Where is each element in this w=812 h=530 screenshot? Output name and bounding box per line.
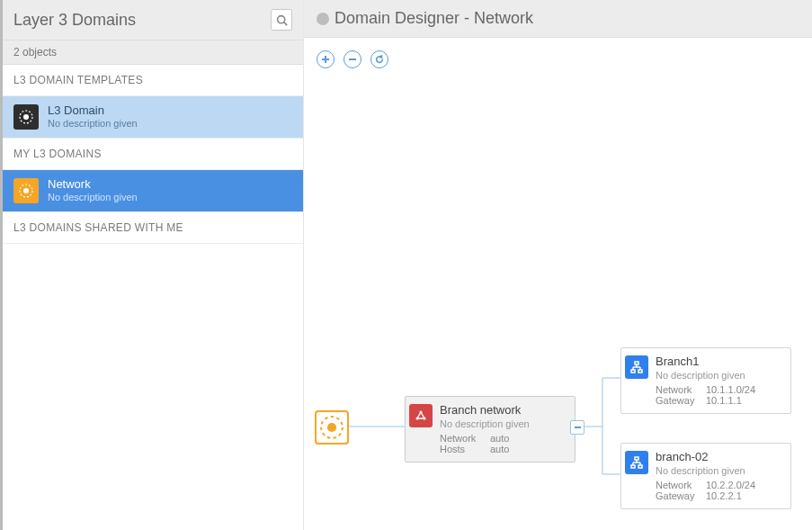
- kv-label: Network: [656, 480, 699, 490]
- kv-value: 10.2.2.1: [706, 490, 742, 501]
- kv-label: Gateway: [656, 395, 699, 406]
- kv-label: Network: [440, 433, 483, 444]
- designer-canvas[interactable]: Branch network No description given Netw…: [304, 74, 812, 530]
- reload-button[interactable]: [370, 50, 388, 68]
- network-icon: [13, 178, 39, 203]
- section-my-domains-header: MY L3 DOMAINS: [3, 139, 303, 170]
- svg-rect-23: [631, 370, 635, 373]
- item-text: L3 Domain No description given: [48, 103, 138, 130]
- subnet-icon: [625, 451, 648, 474]
- sidebar-title: Layer 3 Domains: [13, 11, 136, 30]
- root-domain-node[interactable]: [315, 410, 349, 445]
- sidebar: Layer 3 Domains 2 objects L3 DOMAIN TEMP…: [3, 0, 304, 530]
- designer-status-icon: [317, 13, 329, 25]
- section-shared-header: L3 DOMAINS SHARED WITH ME: [3, 212, 303, 244]
- subnet-icon: [625, 355, 648, 379]
- node-desc: No description given: [440, 418, 566, 429]
- item-name: Network: [48, 177, 138, 192]
- svg-rect-24: [638, 370, 642, 373]
- add-button[interactable]: [317, 50, 335, 68]
- reload-icon: [375, 55, 384, 64]
- sidebar-item-network[interactable]: Network No description given: [3, 170, 303, 212]
- minus-icon: [348, 55, 357, 64]
- svg-line-1: [283, 22, 286, 24]
- subnet-node-branch-02[interactable]: branch-02 No description given Network10…: [620, 443, 791, 509]
- node-title: Branch1: [656, 355, 781, 368]
- app-root: Layer 3 Domains 2 objects L3 DOMAIN TEMP…: [0, 0, 812, 530]
- template-icon: [13, 104, 39, 130]
- sidebar-item-l3-domain-template[interactable]: L3 Domain No description given: [3, 96, 303, 139]
- sidebar-header: Layer 3 Domains: [3, 0, 303, 40]
- item-name: L3 Domain: [48, 103, 138, 118]
- kv-value: auto: [490, 433, 509, 444]
- remove-button[interactable]: [344, 50, 361, 68]
- svg-rect-30: [631, 465, 635, 468]
- node-desc: No description given: [656, 465, 781, 476]
- svg-point-15: [327, 423, 336, 432]
- main-header: Domain Designer - Network: [304, 0, 812, 38]
- search-button[interactable]: [271, 9, 292, 31]
- item-desc: No description given: [48, 118, 138, 130]
- svg-line-19: [417, 412, 421, 418]
- collapse-toggle[interactable]: [570, 420, 584, 435]
- kv-label: Network: [656, 384, 699, 395]
- domain-icon: [315, 410, 349, 445]
- kv-value: auto: [490, 444, 509, 454]
- svg-point-0: [277, 15, 284, 22]
- search-icon: [276, 14, 288, 26]
- section-templates-header: L3 DOMAIN TEMPLATES: [3, 65, 303, 96]
- svg-rect-31: [638, 465, 642, 468]
- node-desc: No description given: [656, 370, 781, 381]
- svg-point-3: [23, 114, 29, 120]
- designer-toolbar: [304, 38, 812, 74]
- svg-rect-29: [635, 457, 638, 460]
- svg-point-5: [23, 188, 29, 193]
- node-title: Branch network: [440, 403, 566, 417]
- main-title: Domain Designer - Network: [335, 9, 533, 28]
- svg-line-20: [421, 412, 424, 418]
- node-title: branch-02: [656, 450, 781, 463]
- zone-icon: [409, 404, 433, 427]
- object-count: 2 objects: [3, 40, 303, 65]
- main-panel: Domain Designer - Network: [304, 0, 812, 530]
- kv-value: 10.1.1.0/24: [706, 384, 755, 395]
- kv-value: 10.2.2.0/24: [706, 480, 755, 490]
- item-desc: No description given: [48, 192, 138, 204]
- zone-node-branch-network[interactable]: Branch network No description given Netw…: [405, 396, 576, 463]
- kv-label: Gateway: [656, 490, 699, 501]
- item-text: Network No description given: [48, 177, 138, 204]
- plus-icon: [321, 55, 330, 64]
- kv-label: Hosts: [440, 444, 483, 454]
- subnet-node-branch1[interactable]: Branch1 No description given Network10.1…: [620, 347, 791, 414]
- kv-value: 10.1.1.1: [706, 395, 742, 406]
- svg-rect-22: [635, 362, 638, 364]
